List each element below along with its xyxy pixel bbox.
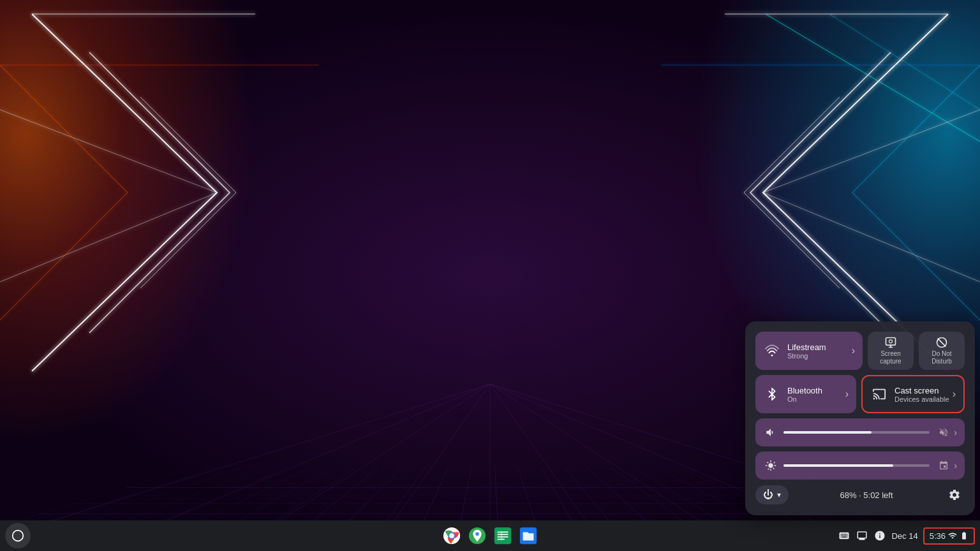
taskbar-left bbox=[5, 523, 31, 548]
launcher-button[interactable] bbox=[5, 523, 31, 548]
brightness-fill bbox=[783, 464, 893, 467]
taskbar-apps bbox=[440, 524, 540, 547]
svg-line-12 bbox=[255, 384, 490, 537]
svg-line-9 bbox=[829, 14, 980, 110]
svg-line-10 bbox=[0, 384, 490, 537]
do-not-disturb-label: Do NotDisturb bbox=[932, 350, 952, 365]
svg-line-13 bbox=[383, 384, 490, 537]
lifestream-arrow: › bbox=[852, 345, 855, 356]
power-icon: ⏻ bbox=[763, 489, 773, 501]
lifestream-tile[interactable]: Lifestream Strong › bbox=[755, 332, 863, 370]
cast-screen-subtitle: Devices available bbox=[895, 395, 953, 403]
bluetooth-title: Bluetooth bbox=[787, 386, 843, 395]
taskbar-right: Dec 14 5:36 bbox=[838, 527, 975, 545]
svg-point-24 bbox=[13, 531, 24, 541]
quick-settings-panel: Lifestream Strong › Screencapture bbox=[745, 321, 975, 515]
brightness-expand-chevron[interactable]: › bbox=[954, 460, 957, 471]
info-tray-icon[interactable] bbox=[873, 529, 886, 542]
battery-status: 68% · 5:02 left bbox=[840, 490, 893, 500]
monitor-tray-icon[interactable] bbox=[856, 529, 868, 542]
files-app-icon[interactable] bbox=[517, 524, 540, 547]
qs-row-2: Bluetooth On › Cast screen Devices avail… bbox=[755, 375, 965, 413]
volume-slider-right: › bbox=[937, 426, 957, 439]
svg-line-23 bbox=[938, 339, 946, 346]
sheets-app-icon[interactable] bbox=[491, 524, 514, 547]
power-chevron: ▾ bbox=[777, 490, 781, 499]
brightness-track[interactable] bbox=[783, 464, 930, 467]
volume-track[interactable] bbox=[783, 431, 930, 434]
volume-slider-row: › bbox=[755, 418, 965, 446]
svg-rect-34 bbox=[498, 536, 509, 538]
cast-screen-icon bbox=[870, 385, 888, 403]
brightness-icon bbox=[763, 458, 778, 473]
brightness-slider-right: › bbox=[937, 459, 957, 472]
auto-brightness-icon[interactable] bbox=[937, 459, 950, 472]
cast-screen-title: Cast screen bbox=[895, 386, 953, 395]
svg-point-19 bbox=[771, 355, 773, 356]
lifestream-title: Lifestream bbox=[787, 342, 849, 352]
lifestream-subtitle: Strong bbox=[787, 352, 849, 360]
wifi-tray-icon bbox=[948, 531, 957, 540]
wifi-tile-icon bbox=[763, 342, 781, 360]
clock-time: 5:36 bbox=[930, 531, 946, 541]
qs-bottom-row: ⏻ ▾ 68% · 5:02 left bbox=[755, 485, 965, 505]
svg-point-28 bbox=[449, 533, 454, 538]
cast-screen-text: Cast screen Devices available bbox=[895, 386, 953, 403]
screen-capture-tile[interactable]: Screencapture bbox=[868, 332, 914, 370]
lifestream-text: Lifestream Strong bbox=[787, 342, 849, 360]
screen-capture-icon bbox=[884, 336, 897, 349]
svg-point-30 bbox=[475, 532, 479, 536]
svg-line-8 bbox=[766, 14, 980, 142]
chrome-app-icon[interactable] bbox=[440, 524, 463, 547]
svg-rect-32 bbox=[498, 531, 509, 533]
svg-line-1 bbox=[0, 110, 217, 193]
volume-icon bbox=[763, 425, 778, 440]
keyboard-tray-icon[interactable] bbox=[838, 529, 850, 542]
battery-tray-icon bbox=[960, 531, 969, 540]
volume-mute-icon[interactable] bbox=[937, 426, 950, 439]
do-not-disturb-icon bbox=[935, 336, 948, 349]
taskbar-date: Dec 14 bbox=[891, 531, 917, 541]
svg-rect-31 bbox=[494, 527, 511, 544]
settings-button[interactable] bbox=[944, 485, 965, 505]
svg-line-15 bbox=[490, 384, 597, 537]
svg-rect-35 bbox=[498, 539, 505, 540]
volume-fill bbox=[783, 431, 872, 434]
power-button[interactable]: ⏻ ▾ bbox=[755, 485, 789, 504]
cast-screen-tile[interactable]: Cast screen Devices available › bbox=[861, 375, 965, 413]
svg-line-16 bbox=[490, 384, 725, 537]
do-not-disturb-tile[interactable]: Do NotDisturb bbox=[919, 332, 965, 370]
bluetooth-text: Bluetooth On bbox=[787, 386, 843, 403]
qs-row-1: Lifestream Strong › Screencapture bbox=[755, 332, 965, 370]
svg-line-11 bbox=[128, 384, 490, 537]
bluetooth-arrow: › bbox=[845, 388, 849, 400]
taskbar: Dec 14 5:36 bbox=[0, 520, 980, 551]
svg-point-21 bbox=[889, 340, 893, 343]
svg-rect-33 bbox=[498, 534, 509, 535]
clock-area[interactable]: 5:36 bbox=[923, 527, 975, 545]
volume-expand-chevron[interactable]: › bbox=[954, 427, 957, 437]
brightness-slider-row: › bbox=[755, 452, 965, 480]
screen-capture-label: Screencapture bbox=[880, 350, 901, 365]
cast-screen-arrow: › bbox=[953, 388, 956, 400]
svg-rect-20 bbox=[886, 338, 896, 346]
maps-app-icon[interactable] bbox=[466, 524, 489, 547]
bluetooth-subtitle: On bbox=[787, 395, 843, 403]
bluetooth-tile-icon bbox=[763, 385, 781, 403]
bluetooth-tile[interactable]: Bluetooth On › bbox=[755, 375, 856, 413]
